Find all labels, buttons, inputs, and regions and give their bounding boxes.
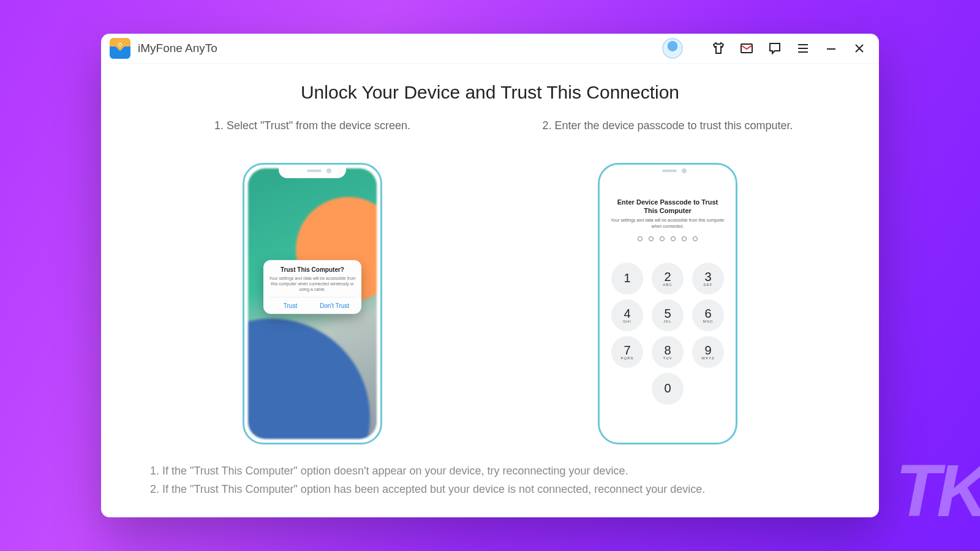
phone-notch — [279, 165, 346, 178]
passcode-dots — [600, 236, 736, 241]
key-8[interactable]: 8TUV — [652, 336, 684, 368]
passcode-dot — [638, 236, 643, 241]
key-2[interactable]: 2ABC — [652, 263, 684, 294]
page-title: Unlock Your Device and Trust This Connec… — [126, 82, 854, 103]
dont-trust-button[interactable]: Don't Trust — [312, 298, 356, 314]
phone-trust-mockup: Trust This Computer? Your settings and d… — [243, 163, 382, 444]
passcode-dot — [693, 236, 698, 241]
key-4[interactable]: 4GHI — [611, 299, 643, 331]
key-9[interactable]: 9WXYZ — [692, 336, 724, 368]
key-7[interactable]: 7PQRS — [611, 336, 643, 368]
trust-button[interactable]: Trust — [268, 298, 312, 314]
trust-dialog: Trust This Computer? Your settings and d… — [263, 260, 361, 313]
step-one-column: 1. Select "Trust" from the device screen… — [172, 118, 453, 444]
note-1: 1. If the "Trust This Computer" option d… — [150, 462, 830, 481]
passcode-dot — [660, 236, 665, 241]
footer-notes: 1. If the "Trust This Computer" option d… — [126, 462, 854, 499]
key-1[interactable]: 1 — [611, 263, 643, 294]
shirt-icon[interactable] — [707, 37, 729, 59]
menu-icon[interactable] — [792, 37, 814, 59]
step-two-column: 2. Enter the device passcode to trust th… — [527, 118, 809, 444]
app-logo-icon — [110, 38, 130, 59]
passcode-dot — [671, 236, 676, 241]
passcode-dot — [682, 236, 687, 241]
mail-icon[interactable] — [736, 37, 758, 59]
key-0[interactable]: 0 — [652, 373, 684, 405]
content-area: Unlock Your Device and Trust This Connec… — [101, 64, 879, 517]
keypad: 1 2ABC 3DEF 4GHI 5JKL 6MNO 7PQRS 8TUV 9W… — [600, 263, 736, 405]
note-2: 2. If the "Trust This Computer" option h… — [150, 480, 830, 499]
passcode-subtitle: Your settings and data will be accessibl… — [600, 217, 736, 228]
account-avatar-icon[interactable] — [662, 38, 683, 59]
key-3[interactable]: 3DEF — [692, 263, 724, 294]
step-one-text: 1. Select "Trust" from the device screen… — [214, 118, 410, 152]
trust-dialog-body: Your settings and data will be accessibl… — [268, 275, 356, 291]
app-window: iMyFone AnyTo Unlock Your Device and Tru… — [101, 34, 879, 517]
phone-notch — [634, 165, 701, 178]
titlebar: iMyFone AnyTo — [101, 34, 879, 64]
phone-passcode-mockup: Enter Device Passcode to Trust This Comp… — [598, 163, 737, 444]
app-title: iMyFone AnyTo — [138, 42, 217, 55]
step-two-text: 2. Enter the device passcode to trust th… — [542, 118, 793, 152]
passcode-header: Enter Device Passcode to Trust This Comp… — [600, 198, 736, 241]
key-5[interactable]: 5JKL — [652, 299, 684, 331]
passcode-title: Enter Device Passcode to Trust This Comp… — [600, 198, 736, 216]
trust-dialog-title: Trust This Computer? — [268, 266, 356, 272]
close-button[interactable] — [848, 37, 870, 59]
key-6[interactable]: 6MNO — [692, 299, 724, 331]
watermark: TK — [895, 448, 980, 533]
minimize-button[interactable] — [820, 37, 842, 59]
feedback-icon[interactable] — [764, 37, 786, 59]
passcode-dot — [649, 236, 654, 241]
